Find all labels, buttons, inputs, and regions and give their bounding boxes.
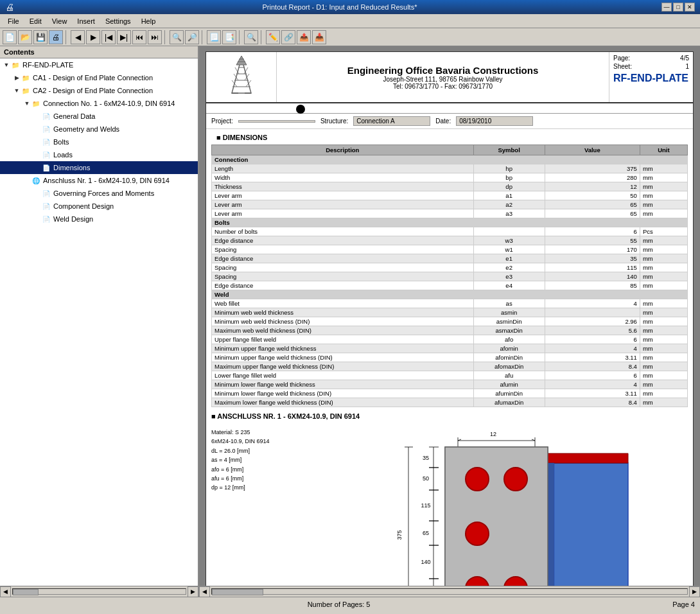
- company-name: Engineering Office Bavaria Constructions: [347, 65, 539, 76]
- folder-icon: 📁: [21, 73, 31, 83]
- new-button[interactable]: 📄: [3, 30, 17, 44]
- scroll-left-btn[interactable]: ◀: [0, 586, 11, 597]
- folder-icon: 📁: [21, 85, 31, 96]
- scroll-right-btn2[interactable]: ▶: [689, 586, 700, 597]
- table-row: Minimum web weld thickness (DIN)asminDin…: [212, 317, 688, 326]
- symbol-cell: [473, 227, 545, 236]
- tree-node-weld[interactable]: 📄 Weld Design: [0, 213, 198, 225]
- spacer: [33, 202, 41, 210]
- doc-icon: 📄: [41, 201, 51, 211]
- value-cell: 2.96: [545, 317, 640, 326]
- folder-icon: 📁: [10, 60, 21, 70]
- doc-icon: 📄: [41, 111, 51, 121]
- tree-label: CA2 - Design of End Plate Connection: [33, 87, 153, 94]
- menu-insert[interactable]: Insert: [72, 16, 100, 26]
- table-row: Minimum upper flange weld thicknessafomi…: [212, 344, 688, 353]
- zoom-out-button[interactable]: 🔍: [170, 30, 184, 44]
- project-label: Project:: [211, 118, 233, 125]
- symbol-cell: e4: [473, 281, 545, 290]
- last-button[interactable]: ▶|: [117, 30, 131, 44]
- scroll-thumb[interactable]: [13, 589, 39, 595]
- tree-node-dimensions[interactable]: 📄 Dimensions: [0, 161, 198, 174]
- menu-file[interactable]: File: [3, 16, 24, 26]
- expand-icon: ▼: [13, 87, 21, 94]
- table-row: Number of bolts6Pcs: [212, 227, 688, 236]
- scroll-right-btn[interactable]: ▶: [188, 586, 198, 597]
- right-panel[interactable]: Engineering Office Bavaria Constructions…: [199, 46, 700, 586]
- tree-node-general[interactable]: 📄 General Data: [0, 110, 198, 123]
- scroll-thumb2[interactable]: [212, 589, 263, 595]
- print-button[interactable]: 🖨: [49, 30, 63, 44]
- tree-node-rf-end-plate[interactable]: ▼ 📁 RF-END-PLATE: [0, 58, 198, 71]
- tree-node-anschluss1[interactable]: 🌐 Anschluss Nr. 1 - 6xM24-10.9, DIN 6914: [0, 174, 198, 187]
- tree-node-conn1[interactable]: ▼ 📁 Connection No. 1 - 6xM24-10.9, DIN 6…: [0, 97, 198, 110]
- doc-icon: 📄: [41, 137, 51, 147]
- project-row: Project: Structure: Connection A Date: 0…: [206, 114, 693, 129]
- menu-settings[interactable]: Settings: [100, 16, 136, 26]
- value-cell: 170: [545, 245, 640, 254]
- svg-text:375: 375: [396, 530, 403, 539]
- menu-edit[interactable]: Edit: [24, 16, 47, 26]
- value-cell: 4: [545, 344, 640, 353]
- link-button[interactable]: 🔗: [281, 30, 295, 44]
- status-bar: Number of Pages: 5 Page 4: [0, 597, 700, 611]
- menu-help[interactable]: Help: [136, 16, 161, 26]
- symbol-cell: a2: [473, 200, 545, 209]
- tree-node-bolts[interactable]: 📄 Bolts: [0, 136, 198, 148]
- svg-text:50: 50: [423, 475, 429, 482]
- dimensions-title: ■ DIMENSIONS: [211, 132, 272, 143]
- next-button[interactable]: ▶: [86, 30, 100, 44]
- globe-icon: 🌐: [31, 175, 41, 186]
- app-icon: 🖨: [5, 2, 14, 12]
- minimize-button[interactable]: —: [661, 3, 672, 12]
- spacer: [33, 164, 41, 171]
- title-bar-text: Printout Report - D1: Input and Reduced …: [18, 3, 661, 11]
- spacer: [33, 138, 41, 146]
- symbol-cell: e3: [473, 272, 545, 281]
- scroll-left-btn2[interactable]: ◀: [199, 586, 210, 597]
- export-button[interactable]: 📤: [297, 30, 311, 44]
- tree-node-ca2[interactable]: ▼ 📁 CA2 - Design of End Plate Connection: [0, 84, 198, 97]
- symbol-cell: e1: [473, 254, 545, 263]
- open-button[interactable]: 📂: [18, 30, 32, 44]
- menu-bar: File Edit View Insert Settings Help: [0, 14, 700, 28]
- table-row: Maximum lower flange weld thickness (DIN…: [212, 398, 688, 407]
- svg-point-30: [466, 522, 489, 545]
- scroll-track[interactable]: [12, 588, 186, 595]
- step-prev-button[interactable]: ⏮: [132, 30, 146, 44]
- table-row: Spacinge2115mm: [212, 263, 688, 272]
- close-button[interactable]: ✕: [685, 3, 695, 12]
- tree-node-component[interactable]: 📄 Component Design: [0, 200, 198, 213]
- edit-mode-button[interactable]: ✏️: [266, 30, 280, 44]
- tree-node-governing[interactable]: 📄 Governing Forces and Moments: [0, 187, 198, 200]
- tree-node-ca1[interactable]: ▶ 📁 CA1 - Design of End Plate Connection: [0, 71, 198, 84]
- value-cell: 8.4: [545, 398, 640, 407]
- save-button[interactable]: 💾: [33, 30, 48, 44]
- maximize-button[interactable]: □: [673, 3, 683, 12]
- tree-node-geometry[interactable]: 📄 Geometry and Welds: [0, 123, 198, 136]
- tree-label: Weld Design: [53, 215, 93, 223]
- zoom-in-button[interactable]: 🔎: [185, 30, 199, 44]
- prev-button[interactable]: ◀: [71, 30, 85, 44]
- step-next-button[interactable]: ⏭: [148, 30, 162, 44]
- multipage-button[interactable]: 📑: [222, 30, 236, 44]
- menu-view[interactable]: View: [47, 16, 73, 26]
- symbol-cell: as: [473, 299, 545, 308]
- company-tel: Tel: 09673/1770 - Fax: 09673/1770: [393, 83, 493, 90]
- scroll-track2[interactable]: [211, 588, 688, 595]
- header-logo: [206, 52, 277, 102]
- sep4: [239, 30, 241, 44]
- col-symbol: Symbol: [473, 145, 545, 155]
- value-cell: 5.6: [545, 326, 640, 335]
- tree-label: Governing Forces and Moments: [53, 189, 154, 197]
- symbol-cell: asminDin: [473, 317, 545, 326]
- page-button[interactable]: 📃: [207, 30, 221, 44]
- expand-icon: ▶: [13, 74, 21, 82]
- tree-node-loads[interactable]: 📄 Loads: [0, 148, 198, 161]
- import-button[interactable]: 📥: [312, 30, 326, 44]
- find-button[interactable]: 🔍: [244, 30, 258, 44]
- first-button[interactable]: |◀: [101, 30, 116, 44]
- left-h-scrollbar: ◀ ▶: [0, 586, 199, 597]
- doc-icon: 📄: [41, 188, 51, 198]
- value-cell: 55: [545, 236, 640, 245]
